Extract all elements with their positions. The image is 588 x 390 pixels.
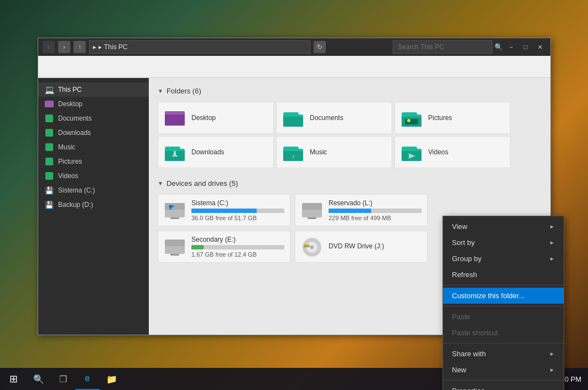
drives-section-header: ▼ Devices and drives (5) xyxy=(158,179,542,188)
svg-rect-1 xyxy=(165,115,185,126)
downloads-folder-large-icon xyxy=(164,141,186,163)
sidebar-label-sistema: Sistema (C:) xyxy=(58,186,95,194)
ctx-arrow-share-with: ► xyxy=(549,351,555,357)
svg-rect-14 xyxy=(174,151,176,154)
desktop-folder-icon xyxy=(45,100,54,108)
sidebar-item-videos[interactable]: Videos xyxy=(38,169,149,183)
folder-item-videos[interactable]: Videos xyxy=(394,136,511,168)
sidebar-label-thispc: This PC xyxy=(58,86,82,93)
ctx-label-paste: Paste xyxy=(452,313,470,321)
sidebar-label-backup: Backup (D:) xyxy=(58,201,93,209)
secondary-drive-name: Secondary (E:) xyxy=(191,236,284,243)
toolbar xyxy=(38,56,550,78)
secondary-drive-info: Secondary (E:) 1.67 GB free of 12.4 GB xyxy=(191,236,284,258)
svg-rect-35 xyxy=(165,240,185,246)
sistema-drive-name: Sistema (C:) xyxy=(191,199,284,207)
title-bar-left: ‹ › ↑ ▸ ▸ This PC ↻ xyxy=(43,40,326,54)
ctx-item-properties[interactable]: Properties xyxy=(443,383,564,390)
reservado-drive-free: 229 MB free of 499 MB xyxy=(329,215,422,221)
context-menu: View ► Sort by ► Group by ► Refresh Cust… xyxy=(443,216,564,390)
music-folder-icon xyxy=(45,143,54,152)
reservado-drive-info: Reservado (L:) 229 MB free of 499 MB xyxy=(329,199,422,221)
sidebar-label-videos: Videos xyxy=(58,172,78,180)
music-folder-large-icon: ♪ xyxy=(282,141,304,163)
sidebar-item-sistema[interactable]: 💾 Sistema (C:) xyxy=(38,183,149,197)
taskbar-search-button[interactable]: 🔍 xyxy=(27,368,51,390)
sidebar-label-documents: Documents xyxy=(58,115,92,122)
ctx-item-groupby[interactable]: Group by ► xyxy=(443,251,564,267)
pc-icon: 💻 xyxy=(45,85,54,94)
folder-item-pictures[interactable]: Pictures xyxy=(394,102,511,134)
sidebar-item-backup[interactable]: 💾 Backup (D:) xyxy=(38,197,149,212)
ctx-arrow-groupby: ► xyxy=(549,256,555,262)
sidebar-item-documents[interactable]: Documents xyxy=(38,111,149,126)
drives-section-label: Devices and drives (5) xyxy=(166,179,238,188)
ctx-label-groupby: Group by xyxy=(452,254,481,263)
breadcrumb-thispc[interactable]: This PC xyxy=(104,43,128,51)
sidebar-item-music[interactable]: Music xyxy=(38,140,149,154)
taskbar-edge-button[interactable]: e xyxy=(75,368,100,390)
taskbar-explorer-button[interactable]: 📁 xyxy=(100,368,124,390)
downloads-folder-icon xyxy=(45,128,54,137)
reservado-drive-progress-bar xyxy=(329,209,422,213)
taskbar-taskview-button[interactable]: ❐ xyxy=(51,368,75,390)
back-button[interactable]: ‹ xyxy=(43,41,55,53)
dvd-drive-large-icon: DVD xyxy=(301,236,323,258)
ctx-separator-1 xyxy=(443,285,564,285)
ctx-label-sortby: Sort by xyxy=(452,238,475,247)
ctx-item-customize[interactable]: Customize this folder... xyxy=(443,288,564,304)
folder-item-documents[interactable]: Documents xyxy=(276,102,392,134)
title-bar-right: 🔍 − □ ✕ xyxy=(393,40,546,54)
ctx-separator-4 xyxy=(443,380,564,381)
close-button[interactable]: ✕ xyxy=(534,41,546,53)
videos-folder-icon xyxy=(45,171,54,180)
forward-button[interactable]: › xyxy=(58,41,70,53)
start-icon: ⊞ xyxy=(9,373,18,385)
taskview-icon: ❐ xyxy=(59,374,67,384)
start-button[interactable]: ⊞ xyxy=(0,368,27,390)
svg-text:DVD: DVD xyxy=(304,245,310,248)
ctx-item-view[interactable]: View ► xyxy=(443,219,564,235)
search-input[interactable] xyxy=(393,40,492,54)
drive-item-dvd[interactable]: DVD DVD RW Drive (J:) xyxy=(295,231,428,263)
folder-item-downloads[interactable]: Downloads xyxy=(158,136,274,168)
ctx-item-new[interactable]: New ► xyxy=(443,362,564,378)
pictures-folder-large-icon xyxy=(400,107,423,129)
ctx-arrow-sortby: ► xyxy=(549,240,555,246)
desktop-folder-large-icon xyxy=(164,107,186,129)
up-button[interactable]: ↑ xyxy=(74,41,86,53)
svg-text:♪: ♪ xyxy=(292,152,295,160)
sidebar-item-pictures[interactable]: Pictures xyxy=(38,154,149,169)
drive-item-sistema[interactable]: Sistema (C:) 36.0 GB free of 51.7 GB xyxy=(158,194,290,226)
svg-point-39 xyxy=(310,246,314,249)
refresh-button[interactable]: ↻ xyxy=(314,41,326,53)
sidebar-item-thispc[interactable]: 💻 This PC xyxy=(38,82,149,97)
drives-chevron-icon[interactable]: ▼ xyxy=(158,180,163,186)
drive-item-reservado[interactable]: Reservado (L:) 229 MB free of 499 MB xyxy=(295,194,428,226)
sidebar-item-downloads[interactable]: Downloads xyxy=(38,126,149,140)
documents-folder-icon xyxy=(45,114,54,123)
minimize-button[interactable]: − xyxy=(505,41,517,53)
svg-rect-33 xyxy=(308,217,316,219)
ctx-item-refresh[interactable]: Refresh xyxy=(443,267,564,283)
svg-rect-28 xyxy=(169,207,171,210)
drive-item-secondary[interactable]: Secondary (E:) 1.67 GB free of 12.4 GB xyxy=(158,231,290,263)
folders-chevron-icon[interactable]: ▼ xyxy=(158,88,163,94)
title-bar: ‹ › ↑ ▸ ▸ This PC ↻ 🔍 − □ ✕ xyxy=(38,38,550,56)
breadcrumb-bar[interactable]: ▸ ▸ This PC xyxy=(89,40,310,54)
folders-section-label: Folders (6) xyxy=(166,87,201,95)
ctx-item-share-with[interactable]: Share with ► xyxy=(443,346,564,362)
sidebar: 💻 This PC Desktop Documents D xyxy=(38,78,149,335)
folder-item-desktop[interactable]: Desktop xyxy=(158,102,274,134)
folder-item-music[interactable]: ♪ Music xyxy=(276,136,392,168)
sistema-drive-progress-bar xyxy=(191,209,284,213)
explorer-icon: 📁 xyxy=(106,374,117,384)
documents-folder-large-icon xyxy=(282,107,304,129)
secondary-drive-free: 1.67 GB free of 12.4 GB xyxy=(191,251,284,258)
dvd-drive-info: DVD RW Drive (J:) xyxy=(329,242,422,252)
ctx-item-sortby[interactable]: Sort by ► xyxy=(443,235,564,251)
sidebar-item-desktop[interactable]: Desktop xyxy=(38,97,149,111)
sidebar-label-desktop: Desktop xyxy=(58,100,82,108)
edge-icon: e xyxy=(85,373,90,383)
maximize-button[interactable]: □ xyxy=(519,41,532,53)
